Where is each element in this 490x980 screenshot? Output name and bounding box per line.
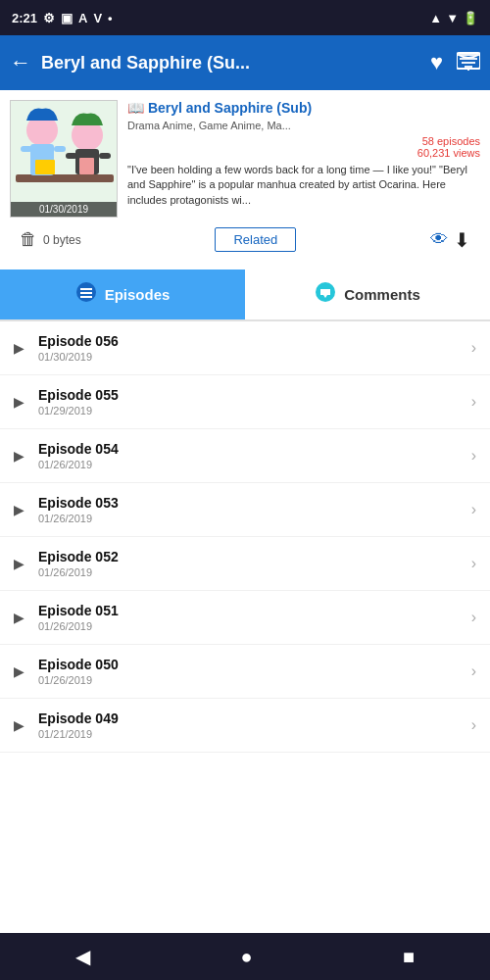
book-icon: 📖 [127,100,148,116]
settings-icon: ⚙ [43,11,55,25]
info-top: 01/30/2019 📖 Beryl and Sapphire (Sub) Dr… [10,100,480,218]
episode-date: 01/26/2019 [38,620,471,632]
status-bar: 2:21 ⚙ ▣ A V • ▲ ▼ 🔋 [0,0,490,35]
vpn-icon: V [93,11,102,25]
chevron-right-icon: › [471,393,476,411]
tab-episodes[interactable]: Episodes [0,270,245,319]
action-row: 🗑 0 bytes Related 👁 ⬇ [10,223,480,260]
eye-icon[interactable]: 👁 [430,229,448,250]
episode-name: Episode 049 [38,710,471,726]
anime-genres: Drama Anime, Game Anime, Ma... [127,120,480,131]
play-icon: ▶ [14,610,24,625]
nav-recent-button[interactable]: ■ [403,946,415,968]
play-icon: ▶ [14,340,24,356]
episode-name: Episode 055 [38,387,471,403]
comment-icon [315,281,336,308]
svg-rect-11 [35,160,55,174]
anime-description: "I've been holding a few words back for … [127,163,480,208]
play-icon: ▶ [14,556,24,571]
svg-rect-5 [21,146,32,152]
episode-date: 01/21/2019 [38,728,471,740]
episode-date: 01/30/2019 [38,351,471,363]
time-display: 2:21 [12,11,37,25]
episode-date: 01/29/2019 [38,405,471,416]
svg-rect-15 [80,292,92,294]
a-icon: A [78,11,87,25]
episode-info: Episode 050 01/26/2019 [38,657,471,686]
episode-count: 58 episodes [127,135,480,147]
favorite-icon[interactable]: ♥ [430,50,443,75]
back-button[interactable]: ← [10,50,31,75]
episode-name: Episode 056 [38,333,471,349]
battery-icon: 🔋 [463,11,478,25]
bottom-nav: ◀ ● ■ [0,933,490,980]
list-item[interactable]: ▶ Episode 049 01/21/2019 › [0,699,490,753]
play-icon: ▶ [14,448,24,464]
related-button[interactable]: Related [215,227,296,252]
list-item[interactable]: ▶ Episode 050 01/26/2019 › [0,645,490,699]
list-item[interactable]: ▶ Episode 052 01/26/2019 › [0,537,490,591]
episode-date: 01/26/2019 [38,513,471,524]
status-bar-right: ▲ ▼ 🔋 [429,11,478,25]
anime-stats: 58 episodes 60,231 views [127,135,480,159]
episode-date: 01/26/2019 [38,674,471,686]
tab-comments-label: Comments [344,286,420,303]
svg-rect-14 [80,288,92,290]
status-bar-left: 2:21 ⚙ ▣ A V • [12,11,113,25]
thumbnail: 01/30/2019 [10,100,118,218]
svg-rect-9 [66,153,77,159]
episode-name: Episode 053 [38,495,471,511]
download-icon[interactable]: ⬇ [454,228,470,252]
list-item[interactable]: ▶ Episode 055 01/29/2019 › [0,375,490,429]
chevron-right-icon: › [471,339,476,357]
info-right: 📖 Beryl and Sapphire (Sub) Drama Anime, … [127,100,480,218]
chevron-right-icon: › [471,501,476,518]
play-icon: ▶ [14,717,24,733]
list-item[interactable]: ▶ Episode 056 01/30/2019 › [0,321,490,375]
anime-title: 📖 Beryl and Sapphire (Sub) [127,100,312,116]
svg-rect-2 [16,174,114,182]
play-icon: ▶ [14,394,24,410]
episode-info: Episode 052 01/26/2019 [38,549,471,578]
signal-icon: ▲ [429,11,442,25]
chevron-right-icon: › [471,609,476,626]
chevron-right-icon: › [471,447,476,465]
sim-icon: ▣ [61,11,73,25]
svg-rect-12 [79,158,94,174]
nav-home-button[interactable]: ● [240,946,252,968]
nav-back-button[interactable]: ◀ [75,945,90,968]
episode-date: 01/26/2019 [38,566,471,578]
dot-icon: • [108,11,113,25]
chevron-right-icon: › [471,555,476,572]
view-count: 60,231 views [127,147,480,159]
episode-name: Episode 052 [38,549,471,564]
play-icon: ▶ [14,663,24,679]
trash-icon[interactable]: 🗑 [20,229,37,250]
header: ← Beryl and Sapphire (Su... ♥ [0,35,490,90]
episode-info: Episode 056 01/30/2019 [38,333,471,363]
play-icon: ▶ [14,502,24,517]
svg-rect-6 [54,146,66,152]
episode-list: ▶ Episode 056 01/30/2019 › ▶ Episode 055… [0,321,490,753]
episode-date: 01/26/2019 [38,459,471,470]
list-item[interactable]: ▶ Episode 054 01/26/2019 › [0,429,490,483]
episode-name: Episode 050 [38,657,471,672]
episode-info: Episode 055 01/29/2019 [38,387,471,416]
tabs: Episodes Comments [0,270,490,321]
chevron-right-icon: › [471,662,476,680]
bytes-label: 0 bytes [43,233,81,247]
episode-name: Episode 054 [38,441,471,457]
episode-info: Episode 053 01/26/2019 [38,495,471,524]
list-item[interactable]: ▶ Episode 053 01/26/2019 › [0,483,490,537]
episode-info: Episode 049 01/21/2019 [38,710,471,740]
chevron-right-icon: › [471,716,476,734]
svg-rect-16 [80,296,92,298]
cast-icon[interactable] [457,51,480,75]
episode-info: Episode 054 01/26/2019 [38,441,471,470]
tab-comments[interactable]: Comments [245,270,490,319]
episode-info: Episode 051 01/26/2019 [38,603,471,632]
header-title: Beryl and Sapphire (Su... [41,53,430,74]
list-item[interactable]: ▶ Episode 051 01/26/2019 › [0,591,490,645]
thumbnail-date: 01/30/2019 [11,202,117,217]
info-section: 01/30/2019 📖 Beryl and Sapphire (Sub) Dr… [0,90,490,270]
